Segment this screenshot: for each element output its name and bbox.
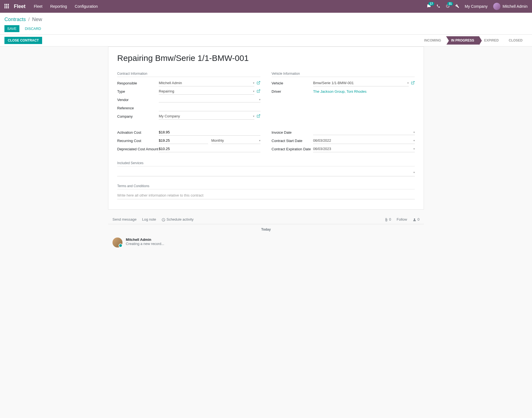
chatter-message: Mitchell Admin Creating a new record...: [108, 235, 424, 250]
status-in-progress[interactable]: IN PROGRESS: [446, 36, 479, 45]
user-menu[interactable]: Mitchell Admin: [493, 3, 528, 10]
chevron-down-icon[interactable]: ▾: [259, 98, 260, 101]
chevron-down-icon[interactable]: ▾: [413, 139, 415, 142]
status-closed[interactable]: CLOSED: [504, 36, 528, 45]
label-vehicle: Vehicle: [272, 81, 313, 85]
activity-badge: 31: [447, 2, 453, 6]
chevron-down-icon[interactable]: ▾: [253, 90, 254, 93]
input-vendor[interactable]: ▾: [159, 97, 260, 102]
input-start-date[interactable]: 06/03/2022▾: [313, 137, 415, 144]
input-recurring-cost[interactable]: [159, 137, 208, 144]
nav-configuration[interactable]: Configuration: [75, 4, 98, 9]
form-sheet: Repairing Bmw/Serie 1/1-BMW-001 Contract…: [108, 47, 424, 210]
tools-icon[interactable]: [455, 4, 459, 9]
label-recurring-cost: Recurring Cost: [117, 139, 159, 143]
status-incoming[interactable]: INCOMING: [419, 36, 446, 45]
chevron-down-icon[interactable]: ▾: [413, 131, 415, 134]
follow-button[interactable]: Follow: [397, 217, 407, 221]
label-responsible: Responsible: [117, 81, 159, 85]
label-company: Company: [117, 114, 159, 118]
message-author: Mitchell Admin: [126, 238, 164, 242]
chevron-down-icon[interactable]: ▾: [413, 171, 415, 174]
apps-icon[interactable]: [4, 4, 9, 9]
section-vehicle-info: Vehicle Information: [272, 72, 415, 77]
company-selector[interactable]: My Company: [465, 4, 487, 9]
form-title: Repairing Bmw/Serie 1/1-BMW-001: [117, 53, 415, 63]
input-reference[interactable]: [159, 105, 260, 111]
brand[interactable]: Fleet: [14, 4, 25, 9]
input-company[interactable]: My Company▾: [159, 113, 254, 120]
save-button[interactable]: SAVE: [4, 25, 19, 32]
nav-reporting[interactable]: Reporting: [50, 4, 67, 9]
input-recurring-period[interactable]: Monthly▾: [211, 137, 261, 144]
user-name: Mitchell Admin: [503, 4, 528, 9]
driver-link[interactable]: The Jackson Group, Toni Rhodes: [313, 89, 367, 94]
followers-count[interactable]: 0: [413, 217, 420, 222]
input-expiration-date[interactable]: 06/03/2023▾: [313, 146, 415, 152]
chat-icon[interactable]: 17: [427, 4, 431, 9]
input-included-services[interactable]: ▾: [117, 169, 415, 176]
input-responsible[interactable]: Mitchell Admin▾: [159, 80, 254, 86]
close-contract-button[interactable]: CLOSE CONTRACT: [4, 37, 42, 44]
discard-button[interactable]: DISCARD: [22, 25, 44, 32]
chevron-down-icon[interactable]: ▾: [253, 115, 254, 118]
input-invoice-date[interactable]: ▾: [313, 130, 415, 135]
label-reference: Reference: [117, 106, 159, 110]
input-depreciated[interactable]: [159, 146, 260, 152]
breadcrumb-bar: Contracts / New SAVE DISCARD: [0, 13, 532, 35]
label-vendor: Vendor: [117, 98, 159, 102]
label-expiration-date: Contract Expiration Date: [272, 147, 313, 151]
section-contract-info: Contract Information: [117, 72, 260, 77]
message-avatar: [112, 238, 122, 247]
chatter: Send message Log note Schedule activity …: [108, 215, 424, 250]
label-driver: Driver: [272, 89, 313, 94]
label-type: Type: [117, 89, 159, 94]
log-note-button[interactable]: Log note: [142, 217, 156, 221]
chat-badge: 17: [428, 2, 434, 6]
label-depreciated: Depreciated Cost Amount: [117, 147, 159, 151]
status-expired[interactable]: EXPIRED: [479, 36, 504, 45]
breadcrumb: Contracts / New: [4, 17, 528, 22]
input-type[interactable]: Repairing▾: [159, 88, 254, 95]
status-row: CLOSE CONTRACT INCOMING IN PROGRESS EXPI…: [0, 35, 532, 47]
input-terms[interactable]: Write here all other information relativ…: [117, 192, 415, 199]
nav-fleet[interactable]: Fleet: [34, 4, 42, 9]
chevron-down-icon[interactable]: ▾: [259, 139, 260, 142]
label-start-date: Contract Start Date: [272, 139, 313, 143]
message-body: Creating a new record...: [126, 242, 164, 246]
external-link-icon[interactable]: [257, 89, 260, 94]
chevron-down-icon[interactable]: ▾: [413, 147, 415, 150]
input-activation-cost[interactable]: [159, 129, 260, 136]
external-link-icon[interactable]: [257, 114, 260, 119]
breadcrumb-parent[interactable]: Contracts: [4, 17, 26, 22]
attachments-count[interactable]: 0: [384, 217, 391, 222]
section-included-services: Included Services: [117, 161, 415, 166]
phone-icon[interactable]: [436, 4, 440, 9]
external-link-icon[interactable]: [257, 81, 260, 86]
label-invoice-date: Invoice Date: [272, 130, 313, 135]
status-bar: INCOMING IN PROGRESS EXPIRED CLOSED: [419, 36, 528, 45]
input-vehicle[interactable]: Bmw/Serie 1/1-BMW-001▾: [313, 80, 409, 86]
chevron-down-icon[interactable]: ▾: [253, 81, 254, 84]
activity-icon[interactable]: 31: [446, 4, 450, 9]
send-message-button[interactable]: Send message: [112, 217, 137, 221]
chevron-down-icon[interactable]: ▾: [407, 81, 409, 84]
section-terms: Terms and Conditions: [117, 184, 415, 189]
breadcrumb-current: New: [32, 17, 42, 22]
external-link-icon[interactable]: [411, 81, 415, 86]
chatter-date-header: Today: [108, 228, 424, 231]
schedule-activity-button[interactable]: Schedule activity: [162, 217, 193, 222]
label-activation-cost: Activation Cost: [117, 130, 159, 135]
user-avatar: [493, 3, 500, 10]
top-navbar: Fleet Fleet Reporting Configuration 17 3…: [0, 0, 532, 13]
